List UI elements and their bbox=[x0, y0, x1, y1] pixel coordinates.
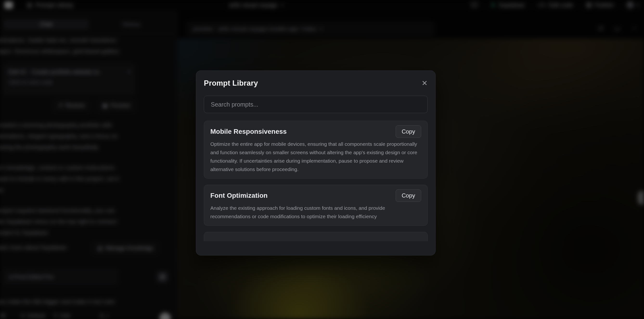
modal-title: Prompt Library bbox=[204, 79, 258, 88]
prompt-description: Analyze the existing approach for loadin… bbox=[210, 204, 421, 220]
app-window: ⊞ Prompt Library artfo visual voyage ▾ S… bbox=[0, 0, 644, 319]
search-input[interactable] bbox=[204, 96, 428, 113]
copy-button[interactable]: Copy bbox=[396, 125, 421, 138]
prompt-card-mobile-responsiveness: Mobile Responsiveness Copy Optimize the … bbox=[204, 121, 428, 178]
prompt-card-partial bbox=[204, 232, 428, 241]
close-icon[interactable]: ✕ bbox=[422, 80, 428, 87]
prompt-title: Font Optimization bbox=[210, 192, 268, 200]
copy-button[interactable]: Copy bbox=[396, 189, 421, 202]
modal-header: Prompt Library ✕ bbox=[204, 79, 428, 88]
prompt-list: Mobile Responsiveness Copy Optimize the … bbox=[204, 121, 428, 241]
prompt-card-font-optimization: Font Optimization Copy Analyze the exist… bbox=[204, 185, 428, 226]
prompt-library-modal: Prompt Library ✕ Mobile Responsiveness C… bbox=[196, 70, 436, 256]
prompt-description: Optimize the entire app for mobile devic… bbox=[210, 140, 421, 174]
prompt-title: Mobile Responsiveness bbox=[210, 128, 286, 136]
